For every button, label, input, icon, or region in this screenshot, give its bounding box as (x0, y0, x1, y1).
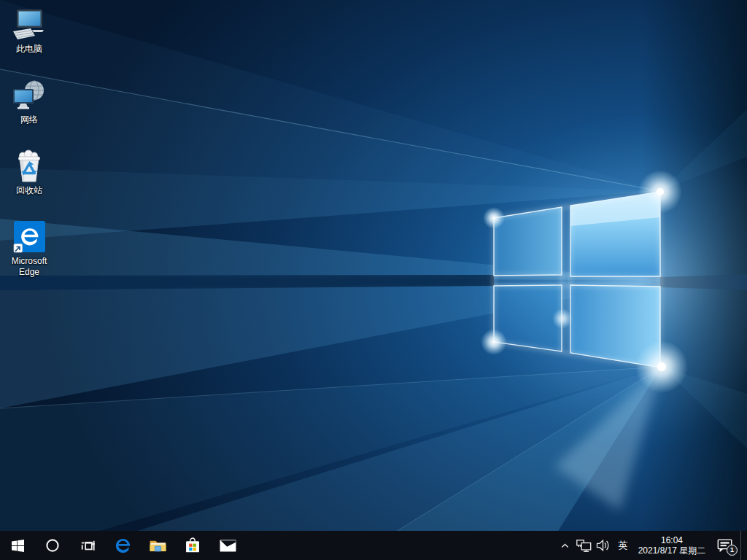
shortcut-arrow-overlay (14, 244, 23, 253)
desktop-icon-microsoft-edge[interactable]: Microsoft Edge (1, 219, 57, 278)
network-tray-button[interactable] (574, 531, 593, 560)
speaker-volume-icon (595, 537, 611, 553)
chevron-up-icon (560, 540, 570, 551)
desktop-icon-network[interactable]: 网络 (1, 78, 57, 125)
ethernet-network-icon (576, 537, 592, 553)
taskbar: 英 16:04 2021/8/17 星期二 1 (0, 531, 747, 560)
start-button[interactable] (0, 531, 35, 560)
taskbar-empty-area (245, 531, 555, 560)
desktop-icon-this-pc[interactable]: 此电脑 (1, 7, 57, 55)
windows-logo-icon (12, 540, 24, 552)
network-icon (12, 78, 47, 113)
ime-language-indicator[interactable]: 英 (612, 531, 634, 560)
folder-icon (148, 536, 168, 556)
cortana-search-button[interactable] (35, 531, 70, 560)
task-view-button[interactable] (70, 531, 105, 560)
this-pc-icon (12, 7, 47, 42)
taskbar-left-buttons (0, 531, 245, 560)
action-center-button[interactable]: 1 (710, 531, 740, 560)
desktop-icon-label: 回收站 (1, 185, 57, 196)
file-explorer-button[interactable] (140, 531, 175, 560)
system-tray: 英 16:04 2021/8/17 星期二 1 (555, 531, 747, 560)
clock[interactable]: 16:04 2021/8/17 星期二 (634, 531, 710, 560)
volume-tray-button[interactable] (593, 531, 612, 560)
desktop-icon-label: Microsoft Edge (1, 256, 57, 278)
desktop-icon-recycle-bin[interactable]: 回收站 (1, 149, 57, 196)
store-button[interactable] (175, 531, 210, 560)
recycle-bin-icon (12, 149, 47, 184)
ime-label: 英 (619, 539, 628, 552)
store-bag-icon (183, 536, 202, 555)
edge-e-icon (113, 536, 133, 556)
windows-desktop: 此电脑 网络 (0, 0, 747, 560)
mail-button[interactable] (210, 531, 245, 560)
show-desktop-button[interactable] (740, 531, 747, 560)
edge-taskbar-button[interactable] (105, 531, 140, 560)
clock-time: 16:04 (661, 535, 683, 545)
edge-shortcut-icon (12, 219, 47, 254)
task-view-icon (80, 538, 96, 553)
clock-date: 2021/8/17 星期二 (638, 545, 706, 556)
show-hidden-icons-button[interactable] (555, 531, 574, 560)
notification-count-badge: 1 (727, 545, 738, 556)
desktop-icon-label: 此电脑 (1, 44, 57, 55)
desktop-icon-label: 网络 (1, 114, 57, 125)
cortana-circle-icon (45, 538, 60, 553)
wallpaper-hero-image (0, 0, 747, 560)
mail-envelope-icon (218, 536, 238, 556)
